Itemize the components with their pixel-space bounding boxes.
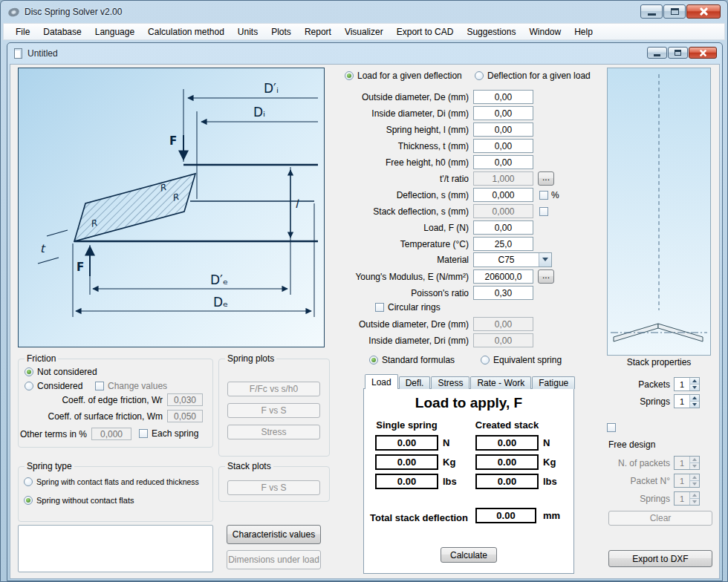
field-row-load: Load, F (N)	[317, 220, 533, 235]
circular-rings-checkbox[interactable]: Circular rings	[375, 302, 441, 313]
checkbox-label: Change values	[108, 381, 167, 391]
radio-spring-with-flats[interactable]: Spring with contact flats and reduced th…	[24, 477, 199, 486]
dim-label-dpi: D′ᵢ	[264, 81, 279, 96]
f-vs-s-button: F vs S	[227, 403, 320, 418]
message-listbox[interactable]	[18, 525, 213, 572]
restore-icon	[675, 50, 681, 56]
spinner-value: 1	[675, 492, 689, 505]
free-height-input[interactable]	[473, 155, 533, 169]
checkbox-box	[95, 382, 104, 390]
inside-diameter-input[interactable]	[473, 106, 533, 120]
menu-units[interactable]: Units	[231, 24, 264, 39]
load-input[interactable]	[473, 220, 533, 235]
free-design-label: Free design	[608, 439, 655, 450]
menu-visualizer[interactable]: Visualizer	[338, 24, 390, 39]
chevron-down-icon	[542, 258, 548, 261]
menu-calculation-method[interactable]: Calculation method	[141, 24, 231, 39]
chevron-down-icon	[690, 480, 699, 487]
t-ratio-more-button[interactable]: ...	[538, 171, 554, 186]
radio-dot	[25, 382, 33, 390]
unit-label: Kg	[443, 454, 455, 470]
radio-dot	[475, 71, 484, 80]
document-titlebar[interactable]: Untitled	[7, 43, 722, 63]
radio-friction-not-considered[interactable]: Not considered	[25, 367, 97, 377]
chevron-up-icon	[690, 474, 699, 480]
tab-rate-work[interactable]: Rate - Work	[470, 376, 531, 389]
field-row-spring-height: Spring height, l (mm)	[317, 122, 533, 137]
stack-preview	[607, 68, 711, 356]
stack-load-n: 0.00	[475, 435, 539, 451]
menu-database[interactable]: Database	[36, 24, 88, 39]
close-icon	[699, 7, 709, 16]
spinner-value: 1	[675, 474, 689, 487]
chevron-down-icon[interactable]	[690, 401, 699, 408]
menu-window[interactable]: Window	[522, 24, 568, 39]
field-label: Outside diameter, De (mm)	[317, 92, 473, 102]
doc-minimize-button[interactable]	[647, 47, 667, 59]
stack-load-kg: 0.00	[475, 454, 539, 470]
field-label: Spring height, l (mm)	[317, 125, 473, 135]
thickness-input[interactable]	[473, 139, 533, 153]
field-label: Material	[317, 255, 473, 265]
chevron-up-icon[interactable]	[690, 395, 699, 401]
menu-suggestions[interactable]: Suggestions	[460, 24, 522, 39]
free-design-checkbox[interactable]	[607, 423, 616, 432]
springs-spinner[interactable]: 1	[674, 394, 700, 408]
combo-arrow-button[interactable]	[539, 253, 551, 267]
material-combobox[interactable]: C75	[473, 252, 552, 267]
dimensions-under-load-button: Dimensions under load	[227, 550, 321, 569]
youngs-modulus-more-button[interactable]: ...	[538, 269, 554, 284]
radio-friction-considered[interactable]: Considered	[25, 381, 82, 391]
tab-fatigue[interactable]: Fatigue	[532, 376, 575, 389]
export-to-dxf-button[interactable]: Export to DXF	[608, 550, 712, 567]
document-content: D′ᵢ Dᵢ F F l t D′ₑ Dₑ R R R Lo	[10, 64, 720, 579]
deflection-input[interactable]	[473, 188, 533, 202]
titlebar[interactable]: Disc Spring Solver v2.00	[1, 1, 727, 23]
result-tabs: Load Defl. Stress Rate - Work Fatigue	[365, 374, 576, 389]
radio-equivalent-spring[interactable]: Equivalent spring	[481, 355, 562, 365]
minimize-button[interactable]	[640, 4, 663, 19]
unit-label: lbs	[443, 474, 457, 489]
single-spring-header: Single spring	[371, 419, 442, 431]
radio-dot	[25, 367, 33, 376]
field-label: Inside diameter, Dri (mm)	[317, 336, 473, 346]
deflection-percent-checkbox[interactable]	[539, 191, 548, 200]
outside-diameter-input[interactable]	[473, 90, 533, 104]
tab-deflection[interactable]: Defl.	[399, 376, 431, 389]
radio-standard-formulas[interactable]: Standard formulas	[369, 355, 455, 365]
menu-report[interactable]: Report	[298, 24, 338, 39]
free-design-springs-spinner: 1	[674, 491, 700, 506]
spinner-value: 1	[675, 378, 689, 390]
tab-load[interactable]: Load	[365, 374, 398, 389]
each-spring-checkbox[interactable]: Each spring	[139, 428, 198, 439]
packets-spinner[interactable]: 1	[674, 377, 700, 391]
radio-spring-without-flats[interactable]: Spring without contact flats	[24, 496, 134, 505]
doc-close-button[interactable]	[689, 47, 717, 59]
field-row-thickness: Thickness, t (mm)	[317, 139, 533, 153]
menu-language[interactable]: Language	[88, 24, 141, 39]
field-label: Poisson's ratio	[317, 288, 473, 298]
maximize-button[interactable]	[663, 4, 686, 19]
calculate-button[interactable]: Calculate	[441, 547, 497, 563]
poissons-ratio-input[interactable]	[473, 286, 533, 300]
radio-deflection-for-load[interactable]: Deflection for a given load	[475, 71, 591, 81]
menu-plots[interactable]: Plots	[264, 24, 298, 39]
doc-restore-button[interactable]	[668, 47, 688, 59]
spring-height-input[interactable]	[473, 122, 533, 137]
radio-load-for-deflection[interactable]: Load for a given deflection	[345, 71, 462, 81]
chevron-up-icon[interactable]	[690, 378, 699, 384]
chevron-down-icon[interactable]	[690, 384, 699, 390]
stack-deflection-checkbox[interactable]	[539, 207, 548, 216]
youngs-modulus-input[interactable]	[473, 269, 533, 284]
temperature-input[interactable]	[473, 237, 533, 251]
stack-load-lbs: 0.00	[475, 474, 539, 489]
field-label: Temperature (°C)	[317, 239, 473, 249]
menu-file[interactable]: File	[9, 24, 36, 39]
menu-export-to-cad[interactable]: Export to CAD	[390, 24, 461, 39]
field-label: Outside diameter, Dre (mm)	[317, 319, 473, 330]
close-button[interactable]	[686, 4, 721, 19]
tab-stress[interactable]: Stress	[431, 376, 469, 389]
menu-help[interactable]: Help	[568, 24, 599, 39]
characteristic-values-button[interactable]: Characteristic values	[227, 525, 321, 544]
total-deflection-value: 0.00	[475, 508, 536, 523]
